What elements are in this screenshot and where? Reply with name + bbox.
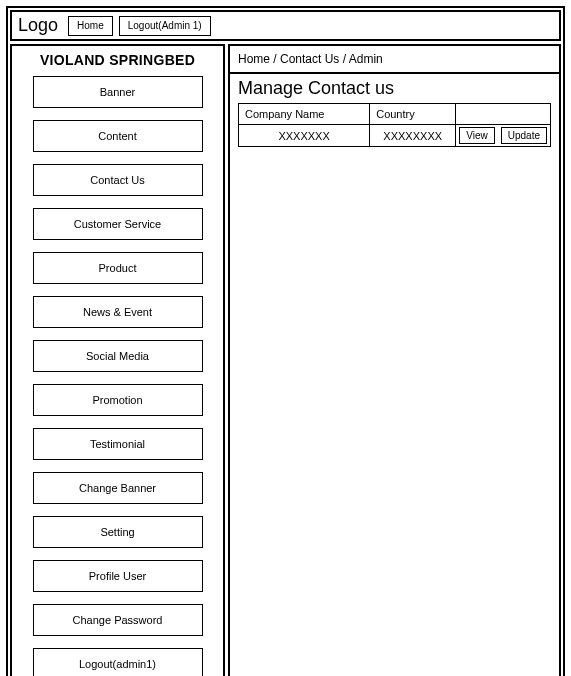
sidebar-item-logout[interactable]: Logout(admin1) — [33, 648, 203, 676]
main-panel: Home / Contact Us / Admin Manage Contact… — [228, 44, 561, 676]
sidebar-item-customer-service[interactable]: Customer Service — [33, 208, 203, 240]
logo: Logo — [18, 15, 58, 36]
contact-table: Company Name Country XXXXXXX XXXXXXXX Vi… — [238, 103, 551, 147]
view-button[interactable]: View — [459, 127, 495, 144]
sidebar-item-testimonial[interactable]: Testimonial — [33, 428, 203, 460]
sidebar-item-promotion[interactable]: Promotion — [33, 384, 203, 416]
col-country: Country — [370, 104, 456, 125]
cell-country: XXXXXXXX — [370, 125, 456, 147]
sidebar-item-social-media[interactable]: Social Media — [33, 340, 203, 372]
cell-company: XXXXXXX — [239, 125, 370, 147]
logout-button[interactable]: Logout(Admin 1) — [119, 16, 211, 36]
sidebar-item-change-banner[interactable]: Change Banner — [33, 472, 203, 504]
app-frame: Logo Home Logout(Admin 1) VIOLAND SPRING… — [6, 6, 565, 676]
sidebar-item-contact-us[interactable]: Contact Us — [33, 164, 203, 196]
sidebar-item-change-password[interactable]: Change Password — [33, 604, 203, 636]
home-button[interactable]: Home — [68, 16, 113, 36]
col-actions — [456, 104, 551, 125]
content-row: VIOLAND SPRINGBED Banner Content Contact… — [10, 44, 561, 676]
table-header-row: Company Name Country — [239, 104, 551, 125]
main-body: Manage Contact us Company Name Country X… — [230, 74, 559, 151]
sidebar: VIOLAND SPRINGBED Banner Content Contact… — [10, 44, 225, 676]
sidebar-item-content[interactable]: Content — [33, 120, 203, 152]
cell-actions: View Update — [456, 125, 551, 147]
sidebar-item-setting[interactable]: Setting — [33, 516, 203, 548]
sidebar-item-news-event[interactable]: News & Event — [33, 296, 203, 328]
col-company-name: Company Name — [239, 104, 370, 125]
breadcrumb: Home / Contact Us / Admin — [230, 46, 559, 74]
sidebar-item-banner[interactable]: Banner — [33, 76, 203, 108]
sidebar-item-profile-user[interactable]: Profile User — [33, 560, 203, 592]
sidebar-title: VIOLAND SPRINGBED — [22, 52, 213, 68]
table-row: XXXXXXX XXXXXXXX View Update — [239, 125, 551, 147]
top-bar: Logo Home Logout(Admin 1) — [10, 10, 561, 41]
update-button[interactable]: Update — [501, 127, 547, 144]
page-title: Manage Contact us — [238, 78, 551, 99]
sidebar-item-product[interactable]: Product — [33, 252, 203, 284]
